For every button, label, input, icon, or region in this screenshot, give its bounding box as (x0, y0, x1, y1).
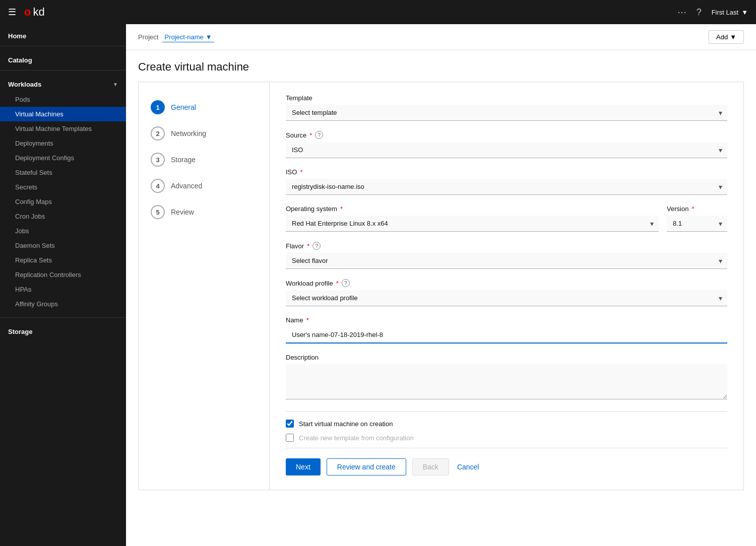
review-and-create-button[interactable]: Review and create (327, 458, 406, 475)
checkbox-start-vm-row: Start virtual machine on creation (286, 420, 727, 428)
name-input[interactable] (286, 327, 727, 344)
source-select[interactable]: ISO (286, 142, 727, 158)
os-select[interactable]: Red Hat Enterprise Linux 8.x x64 (286, 216, 659, 232)
sidebar-item-pods[interactable]: Pods (0, 92, 126, 107)
wizard-container: 1 General 2 Networking 3 Storage (138, 82, 744, 490)
sidebar-item-config-maps[interactable]: Config Maps (0, 194, 126, 209)
project-chevron-icon: ▼ (206, 33, 212, 41)
flavor-field-group: Flavor * ? Select flavor (286, 242, 727, 269)
back-button[interactable]: Back (412, 458, 449, 475)
name-field-group: Name * (286, 316, 727, 344)
sidebar-item-stateful-sets[interactable]: Stateful Sets (0, 165, 126, 180)
version-label: Version * (667, 205, 727, 213)
project-selector[interactable]: Project-name ▼ (162, 32, 214, 42)
hamburger-icon[interactable]: ☰ (8, 7, 16, 18)
description-textarea[interactable] (286, 364, 727, 399)
template-select[interactable]: Select template (286, 105, 727, 121)
sidebar-home[interactable]: Home (0, 24, 126, 44)
okd-logo: okd (24, 6, 45, 19)
header-bar: Project Project-name ▼ Add ▼ (126, 24, 756, 50)
checkbox-create-template-row: Create new template from configuration (286, 434, 727, 442)
iso-label: ISO * (286, 168, 727, 176)
os-field-group: Operating system * Red Hat Enterprise Li… (286, 205, 727, 232)
logo-kd: kd (33, 6, 44, 19)
source-required: * (309, 131, 312, 139)
start-vm-label[interactable]: Start virtual machine on creation (299, 420, 393, 428)
sidebar-item-replication-controllers[interactable]: Replication Controllers (0, 267, 126, 282)
page-title: Create virtual machine (138, 60, 744, 74)
step-label-storage: Storage (171, 156, 196, 164)
step-circle-1: 1 (151, 100, 165, 114)
step-number-1: 1 (156, 104, 159, 111)
help-icon[interactable]: ? (697, 7, 702, 18)
start-vm-checkbox[interactable] (286, 420, 294, 428)
version-required: * (691, 205, 694, 213)
sidebar-item-hpas[interactable]: HPAs (0, 282, 126, 297)
wizard-step-advanced[interactable]: 4 Advanced (139, 173, 269, 199)
create-template-label[interactable]: Create new template from configuration (299, 434, 414, 442)
next-button[interactable]: Next (286, 458, 321, 475)
step-label-general: General (171, 103, 196, 111)
workload-field-group: Workload profile * ? Select workload pro… (286, 279, 727, 306)
project-label: Project (138, 33, 158, 41)
iso-select[interactable]: registrydisk-iso-name.iso (286, 179, 727, 195)
iso-required: * (300, 168, 302, 176)
sidebar-item-deployment-configs[interactable]: Deployment Configs (0, 151, 126, 165)
user-menu[interactable]: First Last ▼ (712, 9, 748, 16)
sidebar-item-replica-sets[interactable]: Replica Sets (0, 253, 126, 267)
create-template-checkbox[interactable] (286, 434, 294, 442)
add-button[interactable]: Add ▼ (709, 30, 744, 44)
flavor-select[interactable]: Select flavor (286, 253, 727, 269)
sidebar-item-vm-templates[interactable]: Virtual Machine Templates (0, 121, 126, 136)
flavor-required: * (307, 242, 309, 250)
sidebar-item-virtual-machines[interactable]: Virtual Machines (0, 107, 126, 121)
sidebar-catalog-label: Catalog (8, 56, 32, 64)
step-number-2: 2 (156, 130, 159, 138)
grid-icon[interactable]: ⋯ (677, 7, 686, 18)
step-number-4: 4 (156, 182, 159, 190)
sidebar-item-daemon-sets[interactable]: Daemon Sets (0, 238, 126, 253)
step-circle-3: 3 (151, 153, 165, 167)
sidebar-item-secrets[interactable]: Secrets (0, 180, 126, 194)
sidebar-storage-header[interactable]: Storage (0, 320, 126, 339)
step-circle-2: 2 (151, 126, 165, 141)
version-select[interactable]: 8.1 (667, 216, 727, 232)
os-label: Operating system * (286, 205, 659, 213)
iso-field-group: ISO * registrydisk-iso-name.iso (286, 168, 727, 195)
wizard-form-panel: Template Select template Source * ? (270, 82, 743, 490)
sidebar: Home Catalog Workloads ▼ Pods Virtual Ma… (0, 24, 126, 546)
cancel-button[interactable]: Cancel (455, 459, 481, 475)
wizard-steps-panel: 1 General 2 Networking 3 Storage (139, 82, 270, 490)
step-label-advanced: Advanced (171, 182, 202, 190)
workload-help-icon[interactable]: ? (342, 279, 350, 287)
step-label-review: Review (171, 208, 194, 216)
source-field-group: Source * ? ISO (286, 131, 727, 158)
user-chevron-icon: ▼ (741, 9, 748, 16)
sidebar-item-jobs[interactable]: Jobs (0, 224, 126, 238)
wizard-step-general[interactable]: 1 General (139, 94, 269, 120)
workloads-chevron-icon: ▼ (113, 82, 118, 87)
sidebar-item-cron-jobs[interactable]: Cron Jobs (0, 209, 126, 224)
step-number-5: 5 (156, 209, 159, 216)
form-divider (286, 411, 727, 412)
sidebar-workloads-header[interactable]: Workloads ▼ (0, 73, 126, 92)
step-circle-5: 5 (151, 205, 165, 219)
name-required: * (306, 316, 309, 324)
wizard-step-review[interactable]: 5 Review (139, 199, 269, 225)
os-main-field: Operating system * Red Hat Enterprise Li… (286, 205, 659, 232)
sidebar-item-affinity-groups[interactable]: Affinity Groups (0, 297, 126, 311)
sidebar-item-deployments[interactable]: Deployments (0, 136, 126, 151)
main-content: Project Project-name ▼ Add ▼ Create virt… (126, 24, 756, 546)
template-label: Template (286, 94, 727, 102)
source-label: Source * ? (286, 131, 727, 139)
source-help-icon[interactable]: ? (315, 131, 323, 139)
wizard-step-networking[interactable]: 2 Networking (139, 120, 269, 147)
flavor-help-icon[interactable]: ? (312, 242, 321, 250)
sidebar-workloads-label: Workloads (8, 81, 41, 88)
flavor-label: Flavor * ? (286, 242, 727, 250)
workload-select[interactable]: Select workload profile (286, 290, 727, 306)
sidebar-catalog[interactable]: Catalog (0, 48, 126, 68)
sidebar-home-label: Home (8, 32, 26, 40)
description-field-group: Description (286, 354, 727, 401)
wizard-step-storage[interactable]: 3 Storage (139, 147, 269, 173)
